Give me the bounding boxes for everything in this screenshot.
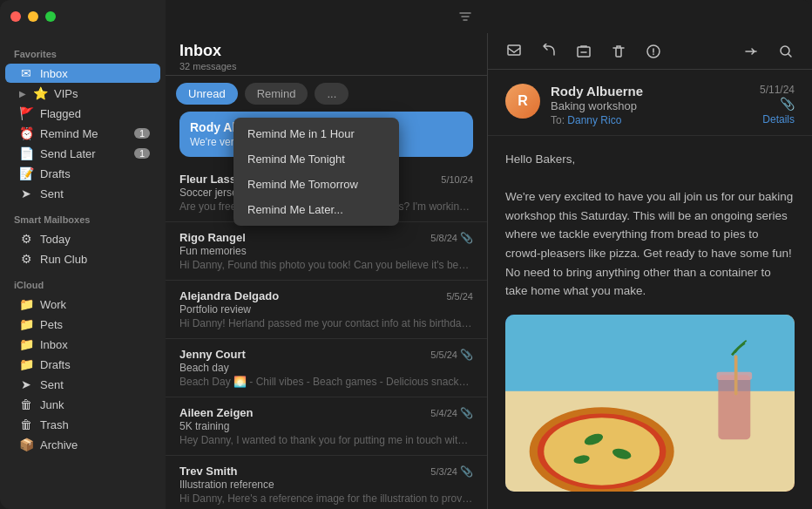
email-date: 5/8/24 📎 (430, 232, 473, 244)
sidebar-item-label: Pets (40, 318, 150, 331)
sidebar-item-drafts[interactable]: 📝 Drafts (5, 164, 160, 183)
sidebar-item-archive[interactable]: 📦 Archive (5, 435, 160, 454)
message-list-header: Inbox 32 messages (166, 33, 487, 76)
remind-badge: 1 (134, 128, 150, 139)
sidebar-item-icloud-inbox[interactable]: 📁 Inbox (5, 335, 160, 354)
maximize-button[interactable] (45, 11, 56, 22)
email-preview: Hey Danny, I wanted to thank you for put… (179, 434, 473, 446)
email-row[interactable]: Trev Smith 5/3/24 📎 Illustration referen… (166, 456, 487, 509)
email-date-display: 5/11/24 (760, 84, 795, 96)
sidebar-item-inbox[interactable]: ✉ Inbox (5, 64, 160, 83)
sidebar-item-work[interactable]: 📁 Work (5, 295, 160, 314)
svg-point-7 (544, 417, 660, 485)
sidebar-item-label: VIPs (54, 87, 150, 100)
sidebar-item-icloud-drafts[interactable]: 📁 Drafts (5, 355, 160, 374)
sidebar-item-icloud-sent[interactable]: ➤ Sent (5, 375, 160, 394)
filter-remind-button[interactable]: Remind (245, 83, 308, 105)
avatar: R (505, 84, 540, 119)
email-row[interactable]: Jenny Court 5/5/24 📎 Beach day Beach Day… (166, 339, 487, 397)
smart-mailboxes-label: Smart Mailboxes (0, 204, 166, 228)
junk-icon[interactable] (641, 39, 666, 64)
sidebar-item-label: Inbox (40, 67, 150, 80)
reading-pane: R Rody Albuerne Baking workshop To: Dann… (488, 0, 812, 509)
email-sender: Rigo Rangel (179, 231, 246, 244)
sidebar-item-sent[interactable]: ➤ Sent (5, 184, 160, 203)
sidebar-item-label: Flagged (40, 107, 150, 120)
email-body-text: We're very excited to have you all join … (505, 187, 795, 301)
email-sender: Aileen Zeigen (179, 406, 254, 419)
search-icon[interactable] (774, 39, 798, 64)
email-preview: Hi Danny, Found this photo you took! Can… (179, 259, 473, 271)
close-button[interactable] (10, 11, 21, 22)
email-subject: Illustration reference (179, 478, 473, 491)
email-date: 5/3/24 📎 (430, 465, 473, 478)
more-icon[interactable] (739, 39, 763, 64)
email-to-name: Danny Rico (567, 114, 621, 126)
message-count: 32 messages (179, 61, 473, 71)
email-preview: Hi Danny, Here's a reference image for t… (179, 492, 473, 505)
icloud-inbox-icon: 📁 (19, 337, 33, 351)
sidebar-item-pets[interactable]: 📁 Pets (5, 315, 160, 334)
attachment-icon: 📎 (460, 349, 473, 361)
email-date: 5/5/24 (446, 291, 473, 302)
sent-icon: ➤ (19, 187, 33, 200)
mailbox-title: Inbox (179, 42, 473, 60)
email-row[interactable]: Alejandra Delgado 5/5/24 Portfolio revie… (166, 281, 487, 339)
sidebar-item-label: Today (40, 233, 150, 246)
email-date-area: 5/11/24 📎 Details (760, 84, 795, 126)
email-sender: Trev Smith (179, 465, 237, 478)
expand-arrow-icon: ▶ (19, 89, 26, 98)
email-date: 5/10/24 (441, 174, 473, 185)
sidebar-item-junk[interactable]: 🗑 Junk (5, 395, 160, 414)
sidebar-item-vips[interactable]: ▶ ⭐ VIPs (5, 84, 160, 103)
email-from: Rody Albuerne (551, 84, 749, 98)
sidebar-item-label: Remind Me (40, 127, 127, 140)
email-greeting: Hello Bakers, (505, 150, 795, 169)
sidebar-item-label: Work (40, 298, 150, 311)
sidebar-item-label: Run Club (40, 253, 150, 266)
sidebar-item-run-club[interactable]: ⚙ Run Club (5, 249, 160, 268)
context-remind-later[interactable]: Remind Me Later... (233, 197, 399, 222)
sidebar: Favorites ✉ Inbox ▶ ⭐ VIPs 🚩 Flagged ⏰ R… (0, 0, 166, 509)
favorites-label: Favorites (0, 38, 166, 63)
junk-icon: 🗑 (19, 397, 33, 411)
titlebar-middle (166, 0, 488, 33)
context-remind-1-hour[interactable]: Remind Me in 1 Hour (233, 121, 399, 146)
attachment-icon: 📎 (460, 407, 473, 419)
run-club-icon: ⚙ (19, 252, 33, 266)
email-subject: Beach day (179, 362, 473, 374)
svg-rect-0 (508, 45, 520, 55)
email-sender: Alejandra Delgado (179, 289, 279, 302)
context-remind-tonight[interactable]: Remind Me Tonight (233, 146, 399, 172)
remind-icon: ⏰ (19, 126, 33, 140)
filter-unread-button[interactable]: Unread (176, 83, 238, 105)
sidebar-item-remind-me[interactable]: ⏰ Remind Me 1 (5, 124, 160, 143)
vips-icon: ⭐ (33, 86, 47, 100)
reply-icon[interactable] (537, 39, 561, 64)
attachment-icon: 📎 (460, 465, 473, 478)
context-remind-tomorrow[interactable]: Remind Me Tomorrow (233, 172, 399, 197)
minimize-button[interactable] (28, 11, 38, 22)
email-to-line: To: Danny Rico (551, 114, 749, 126)
reading-toolbar (488, 33, 812, 70)
sidebar-item-trash[interactable]: 🗑 Trash (5, 415, 160, 434)
email-meta: Rody Albuerne Baking workshop To: Danny … (551, 84, 749, 126)
details-link[interactable]: Details (760, 113, 795, 126)
email-row[interactable]: Aileen Zeigen 5/4/24 📎 5K training Hey D… (166, 397, 487, 456)
icloud-sent-icon: ➤ (19, 377, 33, 391)
email-row[interactable]: Rigo Rangel 5/8/24 📎 Fun memories Hi Dan… (166, 222, 487, 281)
sidebar-item-label: Inbox (40, 338, 150, 351)
sidebar-item-send-later[interactable]: 📄 Send Later 1 (5, 144, 160, 163)
sidebar-item-label: Drafts (40, 358, 150, 371)
email-subject: Fun memories (179, 245, 473, 257)
archive-icon[interactable] (572, 39, 596, 64)
email-preview: Hi Danny! Herland passed me your contact… (179, 317, 473, 329)
compose-icon[interactable] (502, 39, 526, 64)
sidebar-item-flagged[interactable]: 🚩 Flagged (5, 104, 160, 123)
sidebar-item-label: Junk (40, 398, 150, 411)
filter-more-button[interactable]: ... (315, 83, 348, 105)
sidebar-item-today[interactable]: ⚙ Today (5, 229, 160, 248)
delete-icon[interactable] (606, 39, 631, 64)
sort-icon[interactable] (457, 8, 474, 25)
context-menu: Remind Me in 1 Hour Remind Me Tonight Re… (233, 118, 399, 226)
